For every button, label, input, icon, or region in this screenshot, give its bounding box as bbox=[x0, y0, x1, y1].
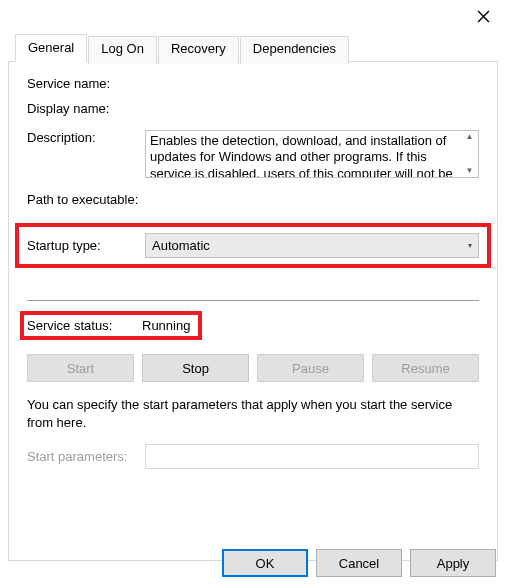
service-control-buttons: Start Stop Pause Resume bbox=[27, 354, 479, 382]
chevron-down-icon: ▾ bbox=[468, 241, 472, 250]
ok-button[interactable]: OK bbox=[222, 549, 308, 577]
titlebar bbox=[0, 0, 506, 32]
startup-type-value: Automatic bbox=[152, 238, 210, 253]
service-status-value: Running bbox=[142, 318, 190, 333]
description-scrollbar[interactable]: ▲ ▼ bbox=[461, 131, 478, 177]
close-button[interactable] bbox=[460, 0, 506, 32]
display-name-label: Display name: bbox=[27, 101, 145, 116]
tab-strip: General Log On Recovery Dependencies bbox=[15, 34, 350, 62]
tab-recovery[interactable]: Recovery bbox=[158, 36, 239, 64]
service-status-highlight: Service status: Running bbox=[20, 311, 202, 340]
startup-type-select[interactable]: Automatic ▾ bbox=[145, 233, 479, 258]
pause-button: Pause bbox=[257, 354, 364, 382]
description-label: Description: bbox=[27, 130, 145, 145]
scroll-up-icon[interactable]: ▲ bbox=[461, 131, 478, 143]
resume-button: Resume bbox=[372, 354, 479, 382]
service-name-label: Service name: bbox=[27, 76, 145, 91]
start-parameters-input bbox=[145, 444, 479, 469]
service-status-label: Service status: bbox=[27, 318, 142, 333]
divider bbox=[27, 300, 479, 301]
stop-button[interactable]: Stop bbox=[142, 354, 249, 382]
description-text: Enables the detection, download, and ins… bbox=[150, 133, 474, 178]
path-label: Path to executable: bbox=[27, 192, 145, 207]
start-button: Start bbox=[27, 354, 134, 382]
startup-type-highlight: Startup type: Automatic ▾ bbox=[15, 223, 491, 268]
start-parameters-label: Start parameters: bbox=[27, 449, 145, 464]
cancel-button[interactable]: Cancel bbox=[316, 549, 402, 577]
properties-panel: General Log On Recovery Dependencies Ser… bbox=[8, 61, 498, 561]
general-tab-content: Service name: Display name: Description:… bbox=[9, 62, 497, 479]
dialog-footer: OK Cancel Apply bbox=[222, 549, 496, 577]
tab-logon[interactable]: Log On bbox=[88, 36, 157, 64]
start-parameters-hint: You can specify the start parameters tha… bbox=[27, 396, 479, 432]
tab-general[interactable]: General bbox=[15, 34, 87, 62]
close-icon bbox=[477, 10, 490, 23]
scroll-down-icon[interactable]: ▼ bbox=[461, 165, 478, 177]
startup-type-label: Startup type: bbox=[27, 238, 145, 253]
apply-button[interactable]: Apply bbox=[410, 549, 496, 577]
tab-dependencies[interactable]: Dependencies bbox=[240, 36, 349, 64]
description-box: Enables the detection, download, and ins… bbox=[145, 130, 479, 178]
